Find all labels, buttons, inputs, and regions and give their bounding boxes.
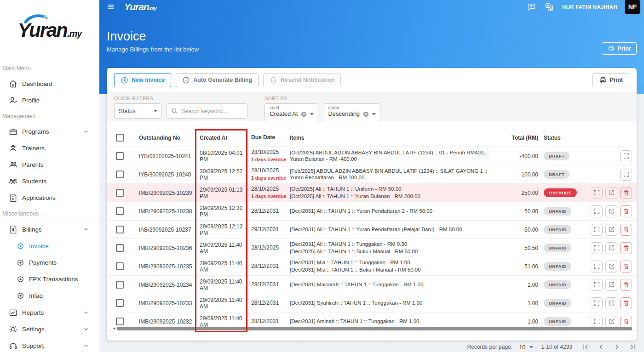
- delete-button[interactable]: [620, 242, 632, 254]
- open-invoice-button[interactable]: [605, 187, 617, 199]
- expand-button[interactable]: [591, 316, 603, 328]
- brand-swoosh-icon: [24, 14, 48, 24]
- hamburger-menu-icon[interactable]: [106, 3, 116, 11]
- print-button-banner[interactable]: Print: [602, 42, 637, 55]
- horizontal-scrollbar[interactable]: ◂: [113, 326, 632, 330]
- resend-notification-button[interactable]: Resend Notification: [263, 73, 341, 87]
- created-at: 30/09/2025 12:52 PM: [196, 168, 247, 181]
- next-page-button[interactable]: [613, 343, 621, 351]
- sidebar-item-trainers[interactable]: Trainers: [0, 140, 99, 156]
- quick-filters-label: QUICK FILTERS: [114, 96, 247, 101]
- auto-generate-billing-button[interactable]: Auto Generate Billing: [176, 73, 259, 87]
- status-badge: UNPAID: [544, 317, 571, 326]
- row-checkbox[interactable]: [116, 170, 124, 178]
- external-link-icon: [608, 300, 615, 307]
- sidebar-item-students[interactable]: Students: [0, 173, 99, 189]
- delete-button[interactable]: [620, 205, 632, 217]
- quick-filters-group: QUICK FILTERS Status: [114, 96, 247, 117]
- delete-button[interactable]: [620, 224, 632, 236]
- brand-logo[interactable]: Yuran.my: [0, 0, 99, 61]
- scrollbar-thumb[interactable]: [117, 327, 632, 330]
- print-button-card[interactable]: Print: [592, 73, 629, 87]
- sort-field-chip[interactable]: Field Created At: [264, 103, 318, 121]
- sidebar-item-dashboard[interactable]: Dashboard: [0, 75, 99, 92]
- delete-button[interactable]: [620, 316, 632, 328]
- delete-button[interactable]: [620, 261, 632, 273]
- scroll-left-arrow-icon[interactable]: ◂: [113, 326, 115, 330]
- sidebar-item-profile[interactable]: Profile: [0, 92, 99, 108]
- open-invoice-button[interactable]: [605, 297, 617, 309]
- row-checkbox[interactable]: [116, 244, 124, 252]
- clear-icon[interactable]: [300, 111, 307, 118]
- expand-button[interactable]: [591, 205, 603, 217]
- sidebar-item-billings[interactable]: Billings: [0, 221, 99, 238]
- expand-button[interactable]: [591, 261, 603, 273]
- external-link-icon: [608, 318, 615, 325]
- expand-button[interactable]: [591, 297, 603, 309]
- students-icon: [8, 176, 18, 186]
- open-invoice-button[interactable]: [605, 205, 617, 217]
- translate-icon[interactable]: [545, 2, 554, 11]
- expand-icon: [593, 300, 600, 307]
- sidebar-item-parents[interactable]: Parents: [0, 156, 99, 173]
- delete-button[interactable]: [620, 279, 632, 291]
- row-checkbox[interactable]: [116, 226, 124, 233]
- sort-order-chip[interactable]: Order Descending: [323, 103, 380, 121]
- expand-button[interactable]: [620, 169, 632, 181]
- expand-icon: [593, 208, 600, 215]
- total-amount: 1.00: [501, 318, 544, 325]
- expand-button[interactable]: [620, 150, 632, 162]
- row-checkbox[interactable]: [116, 262, 124, 270]
- last-page-button[interactable]: [628, 343, 637, 351]
- chevron-down-icon: [83, 128, 89, 135]
- status-filter-select[interactable]: Status: [114, 103, 162, 119]
- section-label-miscellaneous: Miscellaneous: [0, 206, 99, 221]
- sidebar-item-reports[interactable]: Reports: [0, 304, 99, 321]
- delete-button[interactable]: [620, 187, 632, 199]
- row-checkbox[interactable]: [116, 281, 124, 289]
- delete-button[interactable]: [620, 297, 632, 309]
- open-invoice-button[interactable]: [605, 224, 617, 236]
- status-badge: DRAFT: [544, 152, 569, 160]
- programs-icon: [8, 127, 18, 136]
- sidebar-item-programs[interactable]: Programs: [0, 123, 99, 140]
- sidebar-item-fpx-transactions[interactable]: FPX Transactions: [0, 271, 99, 287]
- previous-page-button[interactable]: [597, 343, 605, 351]
- select-all-checkbox[interactable]: [116, 134, 124, 142]
- clear-icon[interactable]: [362, 111, 369, 118]
- due-date: 28/12/2025: [247, 245, 290, 251]
- filters-bar: QUICK FILTERS Status SORT BY: [107, 92, 637, 121]
- row-checkbox[interactable]: [116, 152, 124, 160]
- row-checkbox[interactable]: [116, 207, 124, 215]
- row-checkbox[interactable]: [116, 299, 124, 307]
- chat-icon[interactable]: [527, 2, 536, 11]
- expand-button[interactable]: [591, 242, 603, 254]
- caret-down-icon: [310, 113, 314, 115]
- records-per-page-select[interactable]: 10: [519, 344, 533, 351]
- row-checkbox[interactable]: [116, 318, 124, 325]
- total-amount: -400.00: [501, 153, 544, 159]
- trash-icon: [623, 300, 630, 307]
- settings-icon: [8, 324, 18, 334]
- open-invoice-button[interactable]: [605, 261, 617, 273]
- expand-button[interactable]: [591, 279, 603, 291]
- open-invoice-button[interactable]: [605, 316, 617, 328]
- sidebar-item-payments[interactable]: Payments: [0, 254, 99, 271]
- open-invoice-button[interactable]: [605, 279, 617, 291]
- sidebar-item-applications[interactable]: Applications: [0, 189, 99, 206]
- expand-button[interactable]: [591, 224, 603, 236]
- expand-button[interactable]: [591, 187, 603, 199]
- row-checkbox[interactable]: [116, 189, 124, 197]
- created-at: 08/10/2025 04:01 PM: [196, 150, 247, 163]
- reports-icon: [8, 308, 18, 318]
- new-invoice-button[interactable]: New Invoice: [114, 73, 171, 87]
- sidebar-item-support[interactable]: Support: [0, 337, 99, 352]
- sidebar-item-infaq[interactable]: Infaq: [0, 287, 99, 304]
- open-invoice-button[interactable]: [605, 242, 617, 254]
- sidebar-item-settings[interactable]: Settings: [0, 321, 99, 337]
- first-page-button[interactable]: [581, 343, 590, 351]
- search-input[interactable]: [181, 108, 243, 114]
- avatar[interactable]: NF: [625, 0, 640, 14]
- due-date: 28/10/20251 days overdue: [247, 186, 290, 199]
- sidebar-item-invoice[interactable]: Invoice: [0, 238, 99, 254]
